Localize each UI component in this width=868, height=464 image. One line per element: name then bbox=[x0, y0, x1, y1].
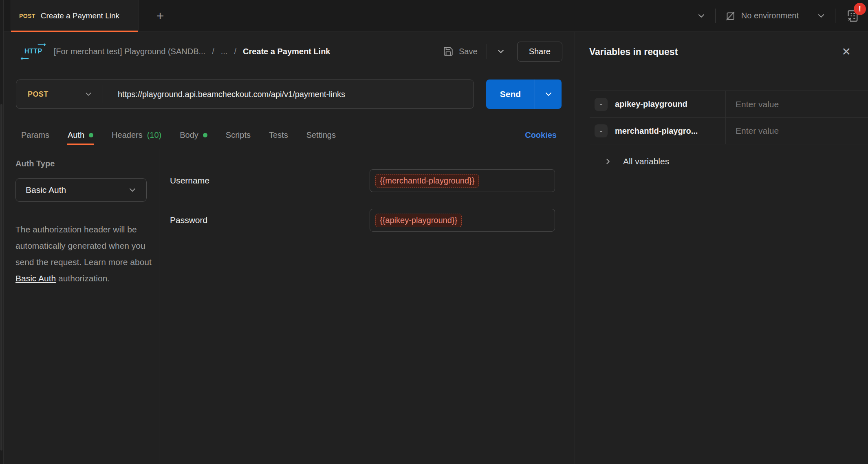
variables-in-request-panel: Variables in request ✕ - apikey-playgrou… bbox=[575, 32, 868, 464]
chevron-right-icon bbox=[604, 157, 612, 166]
tab-headers[interactable]: Headers (10) bbox=[112, 121, 161, 149]
no-environment-icon bbox=[725, 10, 736, 22]
environment-quick-look-icon[interactable]: ! bbox=[844, 8, 861, 24]
divider bbox=[715, 9, 716, 23]
username-label: Username bbox=[170, 176, 370, 186]
variable-name: merchantId-playgro... bbox=[615, 126, 698, 136]
save-options-chevron-down-icon[interactable] bbox=[496, 46, 506, 56]
environment-chevron-down-icon bbox=[816, 11, 826, 21]
left-rail bbox=[0, 0, 4, 464]
divider bbox=[835, 9, 835, 23]
request-subtabs: Params Auth Headers (10) Body Scripts bbox=[4, 121, 575, 149]
workspace-chevron-down-icon[interactable] bbox=[696, 11, 706, 21]
password-label: Password bbox=[170, 215, 370, 225]
send-options-chevron-down-icon[interactable] bbox=[535, 80, 562, 109]
request-header: ⟶ HTTP ⟵ [For merchant test] Playground … bbox=[4, 32, 575, 71]
variables-panel-title: Variables in request bbox=[589, 46, 678, 57]
username-row: Username {{merchantId-playground}} bbox=[170, 169, 555, 192]
breadcrumb-separator: / bbox=[212, 47, 214, 56]
auth-description-text: authorization. bbox=[56, 274, 110, 283]
environment-name: No environment bbox=[741, 11, 799, 20]
variable-value-input[interactable] bbox=[736, 99, 861, 109]
tab-scripts[interactable]: Scripts bbox=[226, 121, 251, 149]
share-button[interactable]: Share bbox=[517, 42, 562, 62]
table-row: - apikey-playground bbox=[590, 91, 868, 117]
tabbar-right-controls: No environment ! bbox=[696, 0, 861, 31]
password-row: Password {{apikey-playground}} bbox=[170, 209, 555, 232]
tab-tests[interactable]: Tests bbox=[269, 121, 288, 149]
tab-title: Create a Payment Link bbox=[41, 11, 119, 20]
arrow-left-icon: ⟵ bbox=[21, 56, 29, 60]
auth-type-chevron-down-icon bbox=[128, 185, 137, 195]
all-variables-label: All variables bbox=[623, 157, 669, 166]
send-button[interactable]: Send bbox=[486, 80, 562, 109]
save-button[interactable]: Save bbox=[443, 46, 478, 57]
new-tab-button[interactable]: + bbox=[152, 8, 169, 24]
password-variable-token[interactable]: {{apikey-playground}} bbox=[375, 214, 462, 227]
auth-description-text: The authorization header will be automat… bbox=[15, 225, 152, 267]
breadcrumb-collection[interactable]: [For merchant test] Playground (SANDB... bbox=[54, 47, 205, 56]
tab-scripts-label: Scripts bbox=[226, 130, 251, 140]
variable-scope-badge: - bbox=[595, 124, 608, 137]
auth-type-label: Auth Type bbox=[15, 159, 151, 168]
variable-value-input[interactable] bbox=[736, 126, 861, 136]
variable-value-cell[interactable] bbox=[725, 118, 868, 144]
all-variables-toggle[interactable]: All variables bbox=[604, 154, 669, 169]
breadcrumb: ⟶ HTTP ⟵ [For merchant test] Playground … bbox=[22, 45, 443, 57]
body-configured-dot bbox=[203, 133, 207, 137]
username-variable-token[interactable]: {{merchantId-playground}} bbox=[375, 174, 479, 188]
http-request-icon: ⟶ HTTP ⟵ bbox=[22, 45, 45, 57]
tab-params-label: Params bbox=[21, 130, 49, 140]
breadcrumb-separator: / bbox=[234, 47, 236, 56]
auth-type-value: Basic Auth bbox=[26, 185, 66, 195]
workspace: ⟶ HTTP ⟵ [For merchant test] Playground … bbox=[4, 32, 868, 464]
url-bar: POST bbox=[16, 80, 474, 109]
tab-method-badge: POST bbox=[19, 13, 35, 19]
top-tab-bar: POST Create a Payment Link + No environm… bbox=[0, 0, 868, 31]
auth-editor: Auth Type Basic Auth The authorization h… bbox=[4, 149, 575, 464]
auth-type-dropdown[interactable]: Basic Auth bbox=[15, 178, 147, 202]
arrow-right-icon: ⟶ bbox=[37, 42, 46, 46]
headers-count: (10) bbox=[147, 130, 162, 140]
table-row: - merchantId-playgro... bbox=[590, 117, 868, 144]
tab-auth[interactable]: Auth bbox=[68, 121, 93, 149]
variable-scope-badge: - bbox=[595, 98, 608, 111]
variable-name: apikey-playground bbox=[615, 99, 687, 109]
send-label: Send bbox=[486, 80, 535, 109]
left-scrollbar-thumb[interactable] bbox=[0, 104, 2, 451]
http-label: HTTP bbox=[24, 48, 42, 55]
method-dropdown[interactable]: POST bbox=[16, 80, 103, 108]
header-actions: Save Share bbox=[443, 42, 562, 62]
tab-auth-label: Auth bbox=[68, 130, 84, 140]
tab-params[interactable]: Params bbox=[21, 121, 49, 149]
tab-body[interactable]: Body bbox=[180, 121, 207, 149]
alert-badge: ! bbox=[854, 3, 866, 15]
url-input[interactable] bbox=[103, 90, 474, 99]
breadcrumb-ellipsis[interactable]: ... bbox=[221, 47, 228, 56]
request-tab[interactable]: POST Create a Payment Link bbox=[11, 0, 139, 31]
request-pane: ⟶ HTTP ⟵ [For merchant test] Playground … bbox=[4, 32, 575, 464]
tab-settings[interactable]: Settings bbox=[306, 121, 336, 149]
auth-sidebar: Auth Type Basic Auth The authorization h… bbox=[4, 149, 159, 464]
save-label: Save bbox=[459, 47, 478, 56]
auth-description: The authorization header will be automat… bbox=[15, 221, 152, 287]
close-icon[interactable]: ✕ bbox=[842, 46, 851, 57]
password-field[interactable]: {{apikey-playground}} bbox=[370, 209, 555, 232]
tab-headers-label: Headers bbox=[112, 130, 143, 140]
variable-value-cell[interactable] bbox=[725, 91, 868, 117]
auth-configured-dot bbox=[89, 133, 93, 137]
basic-auth-link[interactable]: Basic Auth bbox=[15, 274, 56, 283]
username-field[interactable]: {{merchantId-playground}} bbox=[370, 169, 555, 192]
breadcrumb-current-request[interactable]: Create a Payment Link bbox=[243, 47, 330, 56]
method-label: POST bbox=[28, 90, 48, 99]
tab-body-label: Body bbox=[180, 130, 198, 140]
save-icon bbox=[443, 46, 454, 57]
tab-tests-label: Tests bbox=[269, 130, 288, 140]
postman-app-window: POST Create a Payment Link + No environm… bbox=[0, 0, 868, 464]
tab-settings-label: Settings bbox=[306, 130, 336, 140]
environment-selector[interactable]: No environment bbox=[725, 10, 826, 22]
variables-panel-header: Variables in request ✕ bbox=[575, 32, 868, 72]
method-chevron-down-icon bbox=[84, 90, 93, 99]
divider bbox=[487, 44, 487, 59]
cookies-link[interactable]: Cookies bbox=[525, 130, 557, 140]
